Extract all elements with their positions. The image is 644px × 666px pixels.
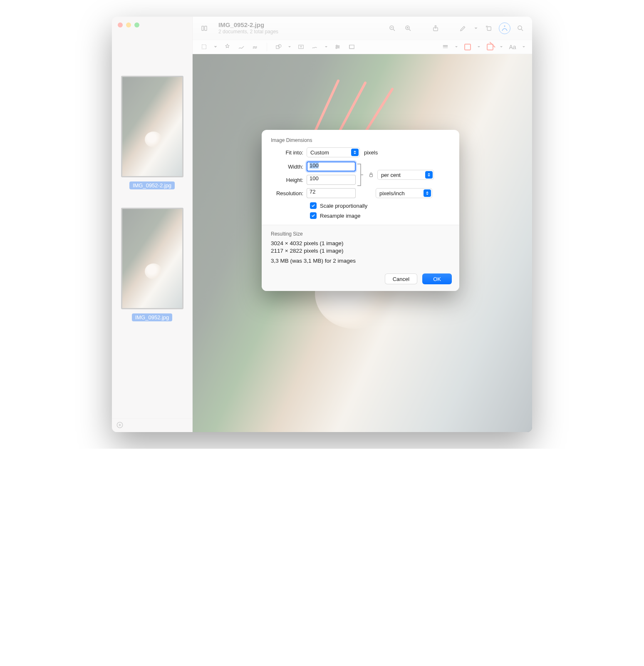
dialog-section-title: Image Dimensions — [271, 137, 450, 143]
sign-menu[interactable] — [324, 42, 329, 52]
border-color-menu[interactable] — [476, 42, 481, 52]
fit-into-value: Custom — [310, 149, 329, 156]
resolution-units-value: pixels/inch — [379, 190, 405, 196]
resample-image-checkbox[interactable] — [310, 212, 317, 219]
fill-color-menu[interactable] — [499, 42, 504, 52]
selection-menu[interactable] — [213, 42, 218, 52]
add-page-button[interactable] — [116, 421, 124, 429]
rotate-button[interactable] — [483, 22, 495, 34]
sketch-button[interactable] — [236, 42, 247, 52]
view-mode-button[interactable] — [198, 22, 210, 34]
sign-button[interactable] — [310, 42, 320, 52]
svg-rect-16 — [349, 45, 354, 49]
wh-units-value: per cent — [381, 172, 401, 178]
result-line: 2117 × 2822 pixels (1 image) — [271, 248, 450, 254]
resolution-units-select[interactable]: pixels/inch — [376, 188, 432, 198]
cancel-button[interactable]: Cancel — [385, 273, 417, 284]
share-button[interactable] — [430, 22, 441, 34]
shapes-button[interactable] — [273, 42, 284, 52]
dropdown-icon — [425, 171, 433, 179]
adjust-color-button[interactable] — [332, 42, 343, 52]
border-color-button[interactable] — [462, 42, 473, 52]
toolbar: IMG_0952-2.jpg 2 documents, 2 total page… — [193, 17, 532, 40]
svg-point-8 — [518, 26, 522, 30]
adjust-size-dialog: Image Dimensions Fit into: Custom pixels… — [262, 130, 459, 291]
svg-rect-20 — [370, 174, 373, 176]
instant-alpha-button[interactable] — [222, 42, 233, 52]
text-button[interactable] — [295, 42, 306, 52]
search-button[interactable] — [515, 22, 526, 34]
thumbnail-item[interactable]: IMG_0952-2.jpg — [121, 76, 183, 189]
thumbnail-label: IMG_0952.jpg — [132, 313, 173, 321]
svg-rect-6 — [487, 27, 491, 30]
markup-toolbar: Aa — [193, 40, 532, 54]
minimize-window-button[interactable] — [126, 22, 131, 27]
width-label: Width: — [271, 164, 307, 170]
resolution-input[interactable]: 72 — [307, 188, 356, 198]
document-title: IMG_0952-2.jpg — [218, 22, 278, 29]
fill-color-button[interactable] — [485, 42, 495, 52]
resample-image-label: Resample image — [320, 213, 361, 219]
svg-rect-1 — [202, 26, 204, 30]
preview-window: IMG_0952-2.jpg IMG_0952.jpg IMG_0952-2.j… — [112, 17, 532, 432]
svg-rect-9 — [202, 45, 206, 49]
title-block: IMG_0952-2.jpg 2 documents, 2 total page… — [218, 22, 278, 35]
adjust-size-button[interactable] — [346, 42, 357, 52]
link-bracket-icon — [356, 162, 366, 188]
dropdown-icon — [424, 189, 431, 197]
zoom-in-button[interactable] — [402, 22, 414, 34]
text-style-menu[interactable] — [521, 42, 526, 52]
draw-button[interactable] — [250, 42, 261, 52]
text-style-button[interactable]: Aa — [507, 42, 518, 52]
svg-rect-2 — [205, 26, 207, 30]
height-input[interactable]: 100 — [307, 175, 356, 185]
fit-into-select[interactable]: Custom — [307, 147, 360, 157]
thumbnails-list: IMG_0952-2.jpg IMG_0952.jpg — [112, 36, 192, 418]
svg-point-15 — [336, 47, 337, 49]
lock-aspect-button[interactable] — [368, 172, 374, 178]
highlight-menu-button[interactable] — [473, 22, 479, 34]
resulting-size-block: Resulting Size 3024 × 4032 pixels (1 ima… — [262, 225, 459, 268]
thumbnail-item[interactable]: IMG_0952.jpg — [121, 208, 183, 321]
zoom-out-button[interactable] — [386, 22, 398, 34]
svg-point-14 — [338, 46, 339, 47]
scale-proportionally-label: Scale proportionally — [320, 203, 367, 209]
height-label: Height: — [271, 177, 307, 183]
result-line: 3,3 MB (was 3,1 MB) for 2 images — [271, 258, 450, 264]
shapes-menu[interactable] — [287, 42, 292, 52]
svg-point-7 — [504, 26, 505, 27]
document-subtitle: 2 documents, 2 total pages — [218, 29, 278, 35]
resulting-size-title: Resulting Size — [271, 231, 450, 237]
thumbnail-image — [121, 76, 183, 177]
shape-style-button[interactable] — [440, 42, 451, 52]
selection-tool-button[interactable] — [198, 42, 209, 52]
highlight-button[interactable] — [457, 22, 469, 34]
svg-point-11 — [278, 45, 281, 47]
ok-button[interactable]: OK — [422, 273, 452, 284]
sidebar: IMG_0952-2.jpg IMG_0952.jpg — [112, 17, 193, 432]
result-line: 3024 × 4032 pixels (1 image) — [271, 240, 450, 246]
thumbnail-label: IMG_0952-2.jpg — [129, 181, 175, 189]
close-window-button[interactable] — [118, 22, 123, 27]
width-height-units-select[interactable]: per cent — [377, 170, 434, 180]
window-controls — [112, 17, 192, 36]
width-input[interactable]: 100 — [307, 162, 356, 171]
svg-point-13 — [336, 45, 337, 46]
dropdown-icon — [351, 149, 359, 156]
zoom-window-button[interactable] — [134, 22, 139, 27]
markup-toggle-button[interactable] — [499, 22, 510, 34]
thumbnail-image — [121, 208, 183, 309]
shape-style-menu[interactable] — [454, 42, 459, 52]
resolution-label: Resolution: — [271, 190, 307, 196]
fit-into-label: Fit into: — [271, 149, 307, 156]
fit-into-units: pixels — [364, 149, 378, 156]
scale-proportionally-checkbox[interactable] — [310, 202, 317, 209]
